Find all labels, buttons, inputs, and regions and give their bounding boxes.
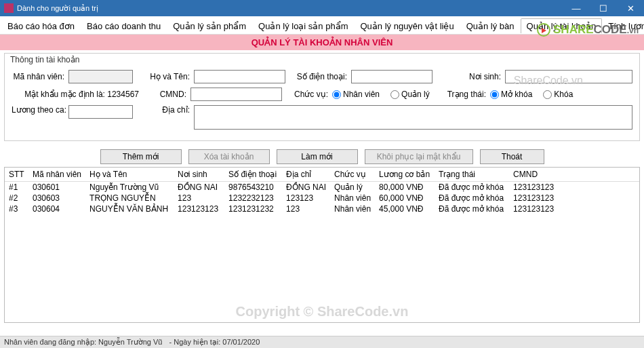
radio-tt-mo-khoa[interactable]: Mở khóa — [490, 90, 532, 99]
input-dia-chi[interactable] — [194, 105, 632, 130]
label-dia-chi: Địa chỉ: — [149, 105, 190, 115]
page-title-banner: QUẢN LÝ TÀI KHOẢN NHÂN VIÊN — [0, 34, 644, 50]
table-row[interactable]: #3030604NGUYỄN VĂN BẢNH12312312312312312… — [5, 204, 639, 214]
input-noi-sinh[interactable] — [505, 70, 632, 83]
input-ma-nhan-vien[interactable] — [68, 70, 133, 83]
status-bar: Nhân viên đang đăng nhập: Nguyễn Trường … — [0, 336, 644, 348]
label-so-dien-thoai: Số điện thoại: — [296, 72, 347, 81]
label-ma-nhan-vien: Mã nhân viên: — [12, 72, 64, 81]
status-today: - Ngày hiện tại: 07/01/2020 — [169, 338, 260, 347]
radio-chuc-vu-nhan-vien[interactable]: Nhân viên — [332, 90, 380, 99]
col-ten[interactable]: Họ và Tên — [85, 168, 174, 182]
col-dia-chi[interactable]: Địa chỉ — [282, 168, 330, 182]
delete-account-button[interactable]: Xóa tài khoản — [188, 149, 270, 164]
radio-tt-khoa[interactable]: Khóa — [543, 90, 573, 99]
tab-quan-ly-tai-khoan[interactable]: Quản lý tài khoản — [521, 18, 603, 33]
tab-quan-ly-ban[interactable]: Quản lý bàn — [460, 18, 521, 33]
col-trang-thai[interactable]: Trạng thái — [435, 168, 509, 182]
col-chuc-vu[interactable]: Chức vụ — [330, 168, 375, 182]
radio-chuc-vu-quan-ly[interactable]: Quản lý — [390, 90, 430, 99]
input-luong-theo-ca[interactable] — [68, 105, 133, 119]
tab-quan-ly-loai-san-pham[interactable]: Quản lý loại sản phẩm — [252, 18, 354, 33]
tab-bao-cao-hoa-don[interactable]: Báo cáo hóa đơn — [1, 18, 81, 33]
app-icon — [4, 3, 14, 13]
col-sdt[interactable]: Số điện thoại — [224, 168, 282, 182]
label-trang-thai: Trạng thái: — [447, 90, 486, 99]
input-so-dien-thoai[interactable] — [351, 70, 432, 83]
minimize-button[interactable]: — — [563, 0, 590, 16]
table-row[interactable]: #1030601Nguyễn Trường VũĐỒNG NAI98765432… — [5, 182, 639, 193]
button-row: Thêm mới Xóa tài khoản Làm mới Khôi phục… — [0, 145, 644, 167]
col-ma[interactable]: Mã nhân viên — [28, 168, 85, 182]
maximize-button[interactable]: ☐ — [590, 0, 617, 16]
window-title: Dành cho người quản trị — [17, 4, 98, 13]
input-ho-va-ten[interactable] — [194, 70, 285, 83]
label-luong-theo-ca: Lương theo ca: — [12, 105, 64, 115]
tab-tinh-luong[interactable]: Tính lương t — [602, 18, 644, 33]
col-noi-sinh[interactable]: Nơi sinh — [174, 168, 224, 182]
label-chuc-vu: Chức vụ: — [293, 90, 328, 99]
add-button[interactable]: Thêm mới — [100, 149, 182, 164]
col-luong[interactable]: Lương cơ bản — [375, 168, 435, 182]
accounts-table-wrap: STT Mã nhân viên Họ và Tên Nơi sinh Số đ… — [4, 167, 640, 323]
tab-quan-ly-san-pham[interactable]: Quản lý sản phẩm — [167, 18, 252, 33]
restore-password-button[interactable]: Khôi phục lại mật khẩu — [365, 149, 473, 164]
label-cmnd: CMND: — [158, 90, 186, 99]
tab-bar: Báo cáo hóa đơn Báo cáo doanh thu Quản l… — [0, 16, 644, 34]
group-legend: Thông tin tài khoản — [10, 55, 79, 64]
label-ho-va-ten: Họ và Tên: — [149, 72, 190, 81]
close-button[interactable]: ✕ — [617, 0, 644, 16]
col-cmnd[interactable]: CMND — [509, 168, 639, 182]
tab-quan-ly-nguyen-vat-lieu[interactable]: Quản lý nguyên vật liệu — [355, 18, 460, 33]
label-noi-sinh: Nơi sinh: — [464, 72, 501, 81]
accounts-table[interactable]: STT Mã nhân viên Họ và Tên Nơi sinh Số đ… — [5, 168, 639, 214]
table-row[interactable]: #2030603TRỌNG NGUYỄN1231232232123123123N… — [5, 193, 639, 204]
label-mat-khau-mac-dinh: Mật khẩu mặc định là: 1234567 — [12, 90, 142, 99]
col-stt[interactable]: STT — [5, 168, 28, 182]
account-info-group: Thông tin tài khoản Mã nhân viên: Họ và … — [4, 53, 640, 141]
tab-bao-cao-doanh-thu[interactable]: Báo cáo doanh thu — [81, 18, 167, 33]
titlebar: Dành cho người quản trị — ☐ ✕ — [0, 0, 644, 16]
input-cmnd[interactable] — [190, 88, 282, 101]
status-logged-in: Nhân viên đang đăng nhập: Nguyễn Trường … — [4, 338, 162, 347]
exit-button[interactable]: Thoát — [480, 149, 544, 164]
refresh-button[interactable]: Làm mới — [277, 149, 358, 164]
